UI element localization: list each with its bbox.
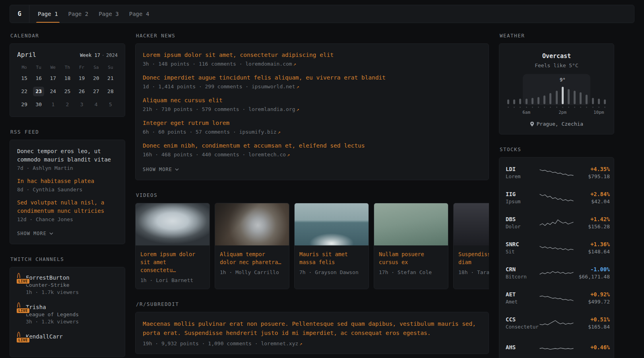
hn-item: Integer eget rutrum lorem 6h · 60 points… <box>143 119 481 135</box>
calendar-day-other-month: 1 <box>46 100 60 109</box>
tab-page-1[interactable]: Page 1 <box>38 5 58 23</box>
twitch-channel-name: Trisha <box>26 304 79 310</box>
weather-bar <box>592 98 594 104</box>
stock-row[interactable]: DBSDolor +1.42%$156.28 <box>506 210 607 235</box>
logo-divider <box>29 5 29 23</box>
video-card[interactable]: Nullam posuere cursus ex 17h · Stefan Co… <box>374 203 448 289</box>
stock-price: $148.64 <box>574 249 610 255</box>
rss-item-meta: 8d · Cynthia Saunders <box>17 187 118 193</box>
calendar-day: 16 <box>31 74 46 83</box>
video-card[interactable]: Aliquam tempor dolor nec pharetra… 1h · … <box>215 203 289 289</box>
calendar-day-selected: 23 <box>33 87 44 96</box>
weather-condition: Overcast <box>505 53 608 60</box>
app-logo[interactable]: G <box>10 5 29 23</box>
stock-row[interactable]: AHS +0.46% <box>506 335 607 358</box>
live-badge: LIVE <box>16 307 30 314</box>
calendar-day: 22 <box>17 87 31 96</box>
stock-price: $795.18 <box>574 173 610 179</box>
video-title: Suspendisse diam <box>458 250 489 266</box>
stock-name: Dolor <box>506 224 539 230</box>
rss-card: Donec tempor eros leo, ut commodo mauris… <box>10 140 125 244</box>
stock-row[interactable]: IIGIpsum +2.84%$42.04 <box>506 185 607 210</box>
rss-item-title[interactable]: Donec tempor eros leo, ut commodo mauris… <box>17 147 118 164</box>
stock-symbol: LDI <box>506 166 539 172</box>
twitch-channel-row[interactable]: LIVE ForrestBurton Counter-Strike 1h · 1… <box>17 274 118 295</box>
weather-bar <box>568 89 570 104</box>
hn-item-domain-link[interactable]: loremdomain.com↗ <box>245 61 296 67</box>
hn-item-stats: 3h · 148 points · 116 comments · <box>143 61 242 67</box>
weather-times: 6am2pm10pm <box>505 110 608 115</box>
rss-item-title[interactable]: In hac habitasse platea <box>17 177 118 185</box>
hn-item-domain-link[interactable]: ipsumworld.net↗ <box>252 84 299 90</box>
stock-row[interactable]: LDILorem +4.35%$795.18 <box>506 160 607 185</box>
hn-item-title[interactable]: Donec imperdiet augue tincidunt felis al… <box>143 74 481 82</box>
weather-dot <box>520 107 521 108</box>
twitch-card: LIVE ForrestBurton Counter-Strike 1h · 1… <box>10 267 125 357</box>
hn-item-domain-link[interactable]: loremlandia.org↗ <box>248 106 299 112</box>
stock-sparkline <box>539 191 574 204</box>
weather-dot <box>568 107 569 108</box>
weather-dot <box>538 107 539 108</box>
hn-item-title[interactable]: Integer eget rutrum lorem <box>143 119 481 127</box>
page-tabs: Page 1 Page 2 Page 3 Page 4 <box>38 5 149 23</box>
stock-symbol: AHS <box>506 344 539 350</box>
subreddit-item-title[interactable]: Maecenas mollis pulvinar erat non posuer… <box>143 319 481 338</box>
middle-column: HACKER NEWS Lorem ipsum dolor sit amet, … <box>135 33 489 354</box>
stock-change: +0.51% <box>574 316 610 323</box>
weather-bar <box>580 92 582 104</box>
weather-location: Prague, Czechia <box>537 121 583 127</box>
twitch-channel-game: League of Legends <box>26 311 79 317</box>
stock-change: +0.46% <box>574 344 610 350</box>
stock-symbol: SNRC <box>506 241 539 247</box>
twitch-channel-row[interactable]: LIVE KendallCarr <box>17 333 118 341</box>
rss-show-more-button[interactable]: SHOW MORE <box>17 231 53 236</box>
hn-item-title[interactable]: Aliquam nec cursus elit <box>143 96 481 105</box>
stock-row[interactable]: AETAmet +0.92%$499.72 <box>506 285 607 310</box>
weather-bar <box>513 99 515 104</box>
right-column: WEATHER Overcast Feels like 5°C 9° 6am2p… <box>499 33 614 358</box>
tab-page-4[interactable]: Page 4 <box>129 5 149 23</box>
hn-item-domain-link[interactable]: loremtech.co↗ <box>248 152 290 158</box>
twitch-channel-name: ForrestBurton <box>26 274 79 281</box>
calendar-grid: Mo Tu We Th Fr Sa Su 15 16 17 18 19 20 2… <box>17 65 118 109</box>
hn-item-meta: 6h · 60 points · 57 comments · ipsumify.… <box>143 129 481 135</box>
calendar-day-other-month: 3 <box>75 100 89 109</box>
calendar-dow: We <box>46 65 60 70</box>
stock-row[interactable]: SNRCSit +1.36%$148.64 <box>506 235 607 260</box>
subreddit-item-meta: 19h · 9,932 points · 1,090 comments · lo… <box>143 340 481 346</box>
stock-sparkline <box>539 241 574 254</box>
weather-time-label: 2pm <box>559 110 566 115</box>
video-card[interactable]: Lorem ipsum dolor sit amet consectetu… 1… <box>135 203 210 289</box>
twitch-channel-row[interactable]: LIVE Trisha League of Legends 3h · 1.2k … <box>17 304 118 325</box>
hn-item-stats: 1d · 1,414 points · 299 comments · <box>143 84 248 90</box>
stock-row[interactable]: CRNBitcorn -1.00%$66,171.48 <box>506 260 607 285</box>
hn-item-title[interactable]: Lorem ipsum dolor sit amet, consectetur … <box>143 51 481 59</box>
stock-price: $42.04 <box>574 198 610 204</box>
tab-page-3[interactable]: Page 3 <box>99 5 119 23</box>
video-card[interactable]: Mauris sit amet massa felis 7h · Grayson… <box>294 203 369 289</box>
weather-dot <box>544 107 545 108</box>
weather-dot <box>604 107 605 108</box>
calendar-day: 17 <box>46 74 60 83</box>
weather-bar <box>598 99 600 104</box>
stock-symbol: CRN <box>506 266 539 272</box>
hn-item-domain-link[interactable]: ipsumify.biz↗ <box>239 129 281 135</box>
section-title-calendar: CALENDAR <box>10 33 125 39</box>
subreddit-item-domain-link[interactable]: loremnet.xyz↗ <box>261 340 302 346</box>
stock-row[interactable]: CCSConsectetur +0.51%$165.84 <box>506 310 607 335</box>
location-pin-icon <box>530 121 534 127</box>
weather-dot <box>532 107 533 108</box>
hn-item-stats: 21h · 710 points · 579 comments · <box>143 106 245 112</box>
video-thumbnail <box>136 203 209 245</box>
rss-item-title[interactable]: Sed volutpat nulla nisl, a condimentum n… <box>17 198 118 215</box>
hn-item-title[interactable]: Donec enim nibh, condimentum et accumsan… <box>143 142 481 150</box>
calendar-day: 20 <box>89 74 103 83</box>
section-title-hackernews: HACKER NEWS <box>136 33 489 39</box>
video-meta: 1h · Lori Barnett <box>140 277 205 283</box>
tab-page-2[interactable]: Page 2 <box>68 5 89 23</box>
video-title: Nullam posuere cursus ex <box>379 250 443 266</box>
calendar-dow: Su <box>103 65 118 70</box>
hn-show-more-button[interactable]: SHOW MORE <box>143 167 179 172</box>
video-card[interactable]: Suspendisse diam 18h · Tara <box>453 203 489 289</box>
calendar-day-other-month: 2 <box>60 100 74 109</box>
